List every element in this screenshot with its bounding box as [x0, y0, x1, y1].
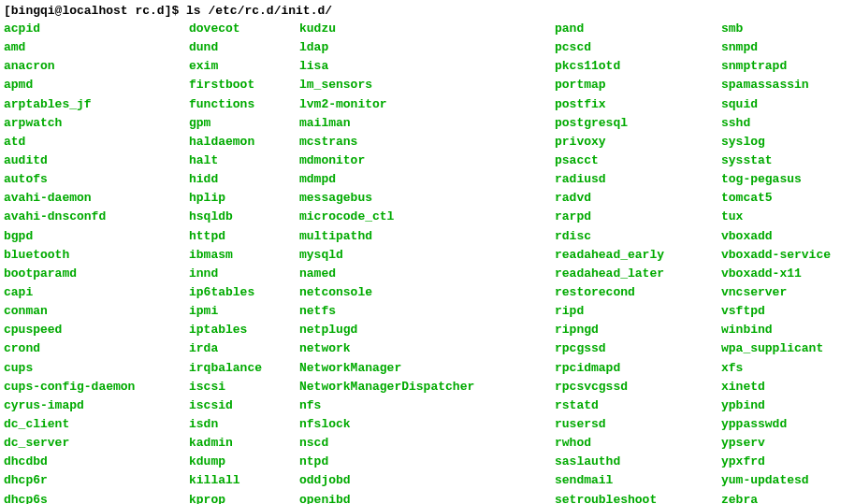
- file-entry: autofs: [4, 170, 181, 189]
- file-entry: mcstrans: [299, 133, 547, 151]
- file-entry: pcscd: [555, 38, 714, 57]
- file-entry: irqbalance: [189, 359, 292, 378]
- file-entry: ypxfrd: [721, 453, 831, 471]
- file-entry: ipmi: [189, 302, 292, 321]
- file-entry: gpm: [189, 114, 292, 133]
- file-entry: lm_sensors: [299, 76, 547, 94]
- file-entry: ripngd: [555, 321, 714, 339]
- ls-column-5: smbsnmpdsnmptrapdspamassassinsquidsshdsy…: [721, 20, 831, 504]
- ls-column-3: kudzuldaplisalm_sensorslvm2-monitormailm…: [299, 20, 547, 504]
- file-entry: yppasswdd: [721, 415, 831, 434]
- file-entry: microcode_ctl: [299, 208, 547, 226]
- file-entry: tog-pegasus: [721, 170, 831, 189]
- file-entry: innd: [189, 265, 292, 283]
- file-entry: mdmpd: [299, 170, 547, 189]
- file-entry: spamassassin: [721, 76, 831, 94]
- file-entry: cups: [4, 359, 181, 378]
- file-entry: xfs: [721, 359, 831, 378]
- file-entry: bgpd: [4, 227, 181, 246]
- file-entry: syslog: [721, 133, 831, 151]
- file-entry: vboxadd: [721, 227, 831, 246]
- file-entry: wpa_supplicant: [721, 339, 831, 358]
- file-entry: privoxy: [555, 133, 714, 151]
- file-entry: mysqld: [299, 246, 547, 265]
- shell-prompt: [bingqi@localhost rc.d]$: [4, 4, 186, 18]
- file-entry: vsftpd: [721, 302, 831, 321]
- file-entry: crond: [4, 339, 181, 358]
- file-entry: postfix: [555, 95, 714, 114]
- file-entry: psacct: [555, 151, 714, 170]
- file-entry: anacron: [4, 57, 181, 76]
- file-entry: multipathd: [299, 227, 547, 246]
- file-entry: iptables: [189, 321, 292, 339]
- file-entry: ntpd: [299, 453, 547, 471]
- file-entry: nscd: [299, 434, 547, 453]
- file-entry: oddjobd: [299, 471, 547, 490]
- file-entry: dc_server: [4, 434, 181, 453]
- file-entry: radvd: [555, 189, 714, 208]
- file-entry: NetworkManagerDispatcher: [299, 378, 547, 396]
- file-entry: dhcp6r: [4, 471, 181, 490]
- file-entry: cyrus-imapd: [4, 396, 181, 415]
- file-entry: avahi-daemon: [4, 189, 181, 208]
- file-entry: nfs: [299, 396, 547, 415]
- file-entry: rpcgssd: [555, 339, 714, 358]
- file-entry: ip6tables: [189, 283, 292, 302]
- file-entry: netplugd: [299, 321, 547, 339]
- terminal-prompt-line: [bingqi@localhost rc.d]$ ls /etc/rc.d/in…: [4, 4, 851, 18]
- file-entry: functions: [189, 95, 292, 114]
- file-entry: ldap: [299, 38, 547, 57]
- file-entry: rwhod: [555, 434, 714, 453]
- file-entry: kprop: [189, 491, 292, 504]
- ls-output: acpidamdanacronapmdarptables_jfarpwatcha…: [4, 20, 851, 504]
- file-entry: NetworkManager: [299, 359, 547, 378]
- file-entry: acpid: [4, 20, 181, 38]
- file-entry: setroubleshoot: [555, 491, 714, 504]
- file-entry: conman: [4, 302, 181, 321]
- file-entry: sendmail: [555, 471, 714, 490]
- file-entry: amd: [4, 38, 181, 57]
- file-entry: openibd: [299, 491, 547, 504]
- file-entry: vncserver: [721, 283, 831, 302]
- ls-column-1: acpidamdanacronapmdarptables_jfarpwatcha…: [4, 20, 181, 504]
- file-entry: readahead_early: [555, 246, 714, 265]
- file-entry: snmpd: [721, 38, 831, 57]
- file-entry: named: [299, 265, 547, 283]
- file-entry: rpcsvcgssd: [555, 378, 714, 396]
- file-entry: bootparamd: [4, 265, 181, 283]
- file-entry: tux: [721, 208, 831, 226]
- file-entry: bluetooth: [4, 246, 181, 265]
- file-entry: postgresql: [555, 114, 714, 133]
- file-entry: irda: [189, 339, 292, 358]
- file-entry: sysstat: [721, 151, 831, 170]
- file-entry: snmptrapd: [721, 57, 831, 76]
- file-entry: kudzu: [299, 20, 547, 38]
- file-entry: avahi-dnsconfd: [4, 208, 181, 226]
- file-entry: firstboot: [189, 76, 292, 94]
- file-entry: restorecond: [555, 283, 714, 302]
- file-entry: mailman: [299, 114, 547, 133]
- file-entry: hplip: [189, 189, 292, 208]
- file-entry: zebra: [721, 491, 831, 504]
- file-entry: saslauthd: [555, 453, 714, 471]
- file-entry: haldaemon: [189, 133, 292, 151]
- file-entry: rusersd: [555, 415, 714, 434]
- file-entry: hidd: [189, 170, 292, 189]
- file-entry: tomcat5: [721, 189, 831, 208]
- file-entry: apmd: [4, 76, 181, 94]
- file-entry: pand: [555, 20, 714, 38]
- file-entry: mdmonitor: [299, 151, 547, 170]
- file-entry: kdump: [189, 453, 292, 471]
- file-entry: pkcs11otd: [555, 57, 714, 76]
- file-entry: netconsole: [299, 283, 547, 302]
- file-entry: auditd: [4, 151, 181, 170]
- file-entry: ypbind: [721, 396, 831, 415]
- file-entry: squid: [721, 95, 831, 114]
- file-entry: yum-updatesd: [721, 471, 831, 490]
- file-entry: arptables_jf: [4, 95, 181, 114]
- file-entry: winbind: [721, 321, 831, 339]
- file-entry: isdn: [189, 415, 292, 434]
- file-entry: arpwatch: [4, 114, 181, 133]
- file-entry: iscsi: [189, 378, 292, 396]
- file-entry: ibmasm: [189, 246, 292, 265]
